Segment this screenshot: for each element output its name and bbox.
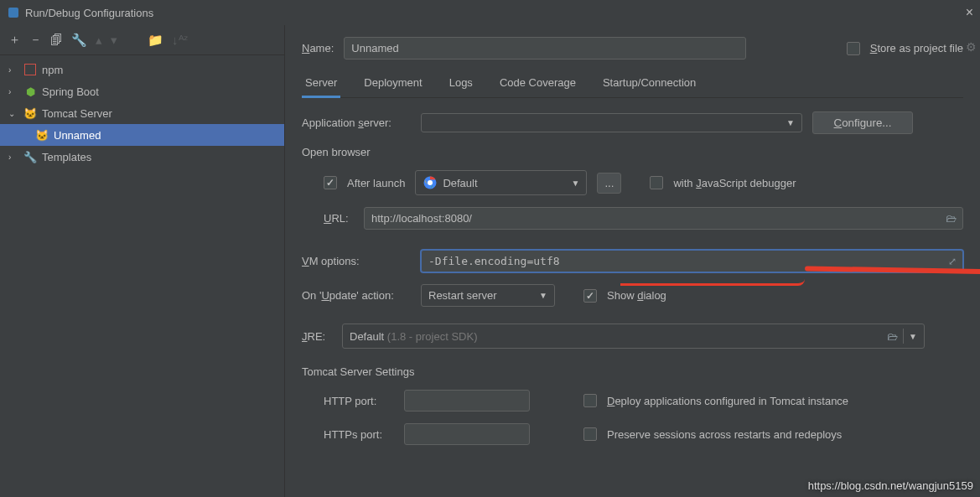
tree-node-templates[interactable]: › 🔧 Templates bbox=[0, 146, 284, 168]
expand-icon[interactable]: ⤢ bbox=[948, 256, 957, 267]
tree-label: npm bbox=[42, 64, 63, 76]
tree-node-unnamed[interactable]: 🐱 Unnamed bbox=[0, 124, 284, 146]
window-title: Run/Debug Configurations bbox=[25, 7, 153, 19]
content-panel: ⚙ Name: Store as project file Server Dep… bbox=[285, 25, 980, 497]
down-icon[interactable]: ▾ bbox=[111, 33, 117, 48]
tab-startup[interactable]: Startup/Connection bbox=[599, 71, 699, 97]
deploy-apps-checkbox[interactable] bbox=[583, 394, 597, 407]
title-bar: Run/Debug Configurations × bbox=[0, 0, 980, 25]
store-checkbox[interactable] bbox=[847, 42, 860, 55]
jre-value: Default bbox=[350, 330, 384, 343]
jre-dropdown[interactable]: Default (1.8 - project SDK) 🗁 ▼ bbox=[342, 324, 925, 349]
configure-button[interactable]: Configure... bbox=[812, 111, 913, 134]
chevron-down-icon: ▼ bbox=[786, 118, 795, 127]
preserve-sessions-checkbox[interactable] bbox=[583, 427, 597, 441]
sort-icon[interactable]: ↓ᴬᶻ bbox=[172, 33, 189, 48]
folder-icon[interactable]: 🗁 bbox=[946, 212, 957, 225]
name-label: Name: bbox=[302, 42, 334, 54]
show-dialog-checkbox[interactable] bbox=[583, 289, 597, 303]
watermark: https://blog.csdn.net/wangjun5159 bbox=[808, 479, 973, 492]
tree-label: Unnamed bbox=[54, 129, 101, 142]
browser-dropdown[interactable]: Default ▼ bbox=[415, 170, 587, 195]
chevron-right-icon: › bbox=[8, 153, 18, 162]
wrench-icon[interactable]: 🔧 bbox=[71, 33, 87, 48]
on-update-label: On 'Update' action: bbox=[302, 289, 411, 302]
on-update-value: Restart server bbox=[428, 289, 497, 302]
https-port-input[interactable] bbox=[404, 423, 530, 445]
sidebar-toolbar: ＋ － 🗐 🔧 ▴ ▾ 📁 ↓ᴬᶻ bbox=[0, 25, 284, 55]
tree-label: Spring Boot bbox=[42, 85, 99, 98]
vm-options-input[interactable] bbox=[421, 250, 963, 272]
tomcat-settings-label: Tomcat Server Settings bbox=[302, 365, 963, 378]
config-tree: › npm › ⬢ Spring Boot ⌄ 🐱 Tomcat Server … bbox=[0, 55, 284, 168]
http-port-input[interactable] bbox=[404, 390, 530, 412]
browser-more-button[interactable]: ... bbox=[597, 173, 621, 194]
after-launch-checkbox[interactable] bbox=[324, 176, 337, 189]
gear-icon[interactable]: ⚙ bbox=[966, 40, 977, 54]
remove-icon[interactable]: － bbox=[29, 32, 42, 48]
chevron-down-icon: ⌄ bbox=[8, 109, 18, 118]
http-port-label: HTTP port: bbox=[324, 395, 394, 407]
tree-label: Templates bbox=[42, 151, 91, 163]
js-debugger-label: with JavaScript debugger bbox=[673, 177, 796, 189]
chrome-icon bbox=[423, 175, 438, 190]
app-server-dropdown[interactable]: ▼ bbox=[421, 113, 802, 132]
chevron-right-icon: › bbox=[8, 65, 18, 75]
deploy-apps-label: Deploy applications configured in Tomcat… bbox=[607, 395, 848, 407]
folder-icon[interactable]: 🗁 bbox=[887, 330, 898, 343]
url-input[interactable] bbox=[364, 207, 963, 230]
tab-deployment[interactable]: Deployment bbox=[360, 71, 425, 97]
chevron-down-icon: ▼ bbox=[571, 179, 579, 188]
url-label: URL: bbox=[324, 212, 354, 225]
vm-options-label: VM options: bbox=[302, 255, 411, 267]
spring-icon: ⬢ bbox=[23, 85, 37, 98]
up-icon[interactable]: ▴ bbox=[96, 33, 102, 48]
tree-node-spring-boot[interactable]: › ⬢ Spring Boot bbox=[0, 80, 284, 102]
chevron-down-icon: ▼ bbox=[539, 291, 547, 300]
show-dialog-label: Show dialog bbox=[607, 289, 666, 302]
app-server-label: Application server: bbox=[302, 116, 411, 129]
npm-icon bbox=[23, 64, 37, 75]
tomcat-icon: 🐱 bbox=[23, 107, 37, 120]
app-icon bbox=[7, 6, 20, 19]
https-port-label: HTTPs port: bbox=[324, 428, 394, 441]
tab-code-coverage[interactable]: Code Coverage bbox=[496, 71, 579, 97]
tab-logs[interactable]: Logs bbox=[446, 71, 476, 97]
tree-label: Tomcat Server bbox=[42, 107, 112, 120]
jre-hint: (1.8 - project SDK) bbox=[387, 330, 478, 343]
add-icon[interactable]: ＋ bbox=[8, 32, 21, 48]
chevron-down-icon: ▼ bbox=[909, 332, 917, 341]
chevron-right-icon: › bbox=[8, 87, 18, 96]
preserve-sessions-label: Preserve sessions across restarts and re… bbox=[607, 428, 842, 441]
tree-node-tomcat[interactable]: ⌄ 🐱 Tomcat Server bbox=[0, 102, 284, 124]
svg-rect-0 bbox=[8, 8, 18, 18]
tomcat-run-icon: 🐱 bbox=[35, 129, 49, 142]
template-wrench-icon: 🔧 bbox=[23, 151, 37, 163]
open-browser-label: Open browser bbox=[302, 146, 963, 158]
on-update-dropdown[interactable]: Restart server ▼ bbox=[421, 284, 555, 307]
browser-value: Default bbox=[443, 177, 477, 189]
tree-node-npm[interactable]: › npm bbox=[0, 59, 284, 80]
sidebar: ＋ － 🗐 🔧 ▴ ▾ 📁 ↓ᴬᶻ › npm › ⬢ Spring Boot … bbox=[0, 25, 285, 497]
folder-icon[interactable]: 📁 bbox=[148, 33, 163, 48]
tabs: Server Deployment Logs Code Coverage Sta… bbox=[302, 71, 963, 98]
store-label: Store as project file bbox=[870, 42, 963, 54]
close-icon[interactable]: × bbox=[966, 5, 973, 20]
tab-server[interactable]: Server bbox=[302, 71, 340, 97]
after-launch-label: After launch bbox=[347, 177, 405, 189]
jre-label: JRE: bbox=[302, 330, 332, 343]
js-debugger-checkbox[interactable] bbox=[650, 176, 663, 189]
svg-point-2 bbox=[428, 180, 433, 185]
name-input[interactable] bbox=[344, 37, 746, 60]
copy-icon[interactable]: 🗐 bbox=[50, 33, 63, 47]
